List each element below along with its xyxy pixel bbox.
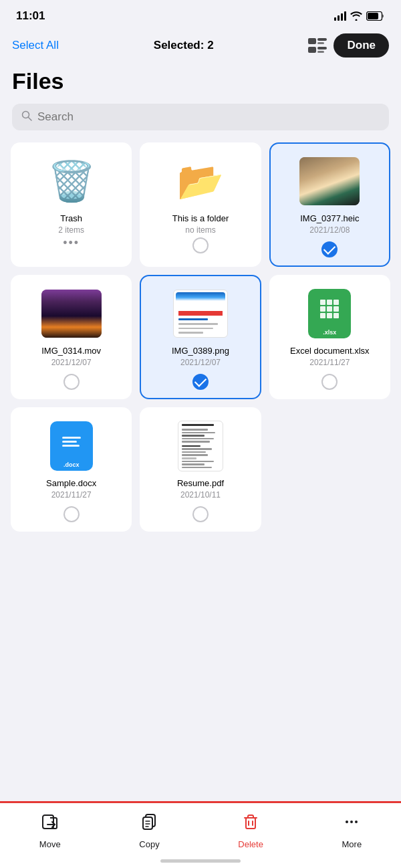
svg-point-22 — [355, 821, 358, 823]
list-icon — [308, 38, 327, 53]
delete-icon — [241, 812, 260, 836]
move-button[interactable]: Move — [39, 812, 61, 849]
battery-icon — [366, 11, 385, 21]
file-name: Resume.pdf — [177, 478, 224, 488]
file-thumbnail — [170, 419, 231, 473]
selection-circle-checked[interactable] — [321, 241, 338, 257]
file-date: 2021/12/07 — [180, 358, 221, 367]
search-input[interactable] — [37, 110, 380, 124]
file-meta: 2 items — [58, 225, 84, 235]
move-label: Move — [39, 839, 61, 849]
svg-point-21 — [350, 821, 353, 823]
more-label: More — [342, 839, 362, 849]
selection-circle[interactable] — [192, 237, 209, 253]
svg-rect-4 — [317, 42, 324, 44]
selection-toolbar: Select All Selected: 2 Done — [0, 28, 401, 66]
more-icon — [342, 812, 361, 836]
move-icon — [41, 812, 59, 836]
signal-icon — [334, 11, 346, 21]
file-thumbnail — [41, 419, 102, 473]
trash-icon: 🗑️ — [41, 154, 102, 208]
more-button[interactable]: More — [342, 812, 362, 849]
svg-rect-7 — [317, 51, 324, 53]
status-bar: 11:01 — [0, 0, 401, 28]
selected-count-label: Selected: 2 — [154, 39, 214, 52]
svg-rect-3 — [317, 38, 327, 41]
file-card-trash[interactable]: 🗑️ Trash 2 items ••• — [11, 142, 132, 267]
file-name: IMG_0389.png — [172, 346, 229, 356]
file-card-img0377[interactable]: IMG_0377.heic 2021/12/08 — [269, 142, 390, 267]
copy-icon — [140, 812, 158, 836]
file-name: This is a folder — [172, 213, 229, 223]
svg-rect-6 — [317, 47, 327, 49]
svg-point-23 — [346, 821, 348, 823]
file-card-img0389[interactable]: IMG_0389.png 2021/12/07 — [140, 275, 261, 399]
delete-button[interactable]: Delete — [238, 812, 263, 849]
bottom-toolbar: Move Copy Delete — [0, 801, 401, 868]
file-date: 2021/11/27 — [51, 490, 92, 500]
file-card-docx[interactable]: Sample.docx 2021/11/27 — [11, 407, 132, 532]
wifi-icon — [350, 11, 362, 21]
file-card-img0314[interactable]: IMG_0314.mov 2021/12/07 — [11, 275, 132, 399]
file-date: 2021/12/08 — [309, 225, 350, 235]
select-all-button[interactable]: Select All — [12, 39, 59, 52]
file-thumbnail — [299, 287, 360, 340]
file-card-folder[interactable]: 📂 This is a folder no items — [140, 142, 261, 267]
svg-rect-13 — [143, 817, 152, 829]
file-card-resume[interactable]: Resume.pdf 2021/10/11 — [140, 407, 261, 532]
copy-button[interactable]: Copy — [139, 812, 159, 849]
svg-line-9 — [29, 118, 32, 121]
toolbar-right: Done — [308, 33, 389, 58]
file-meta: no items — [185, 225, 215, 235]
svg-rect-5 — [308, 47, 316, 53]
more-dots-icon: ••• — [63, 236, 80, 250]
folder-icon: 📂 — [170, 154, 231, 208]
file-date: 2021/10/11 — [180, 490, 221, 500]
selection-circle[interactable] — [63, 374, 80, 390]
status-icons — [334, 11, 385, 21]
file-date: 2021/11/27 — [309, 358, 350, 367]
file-name: Trash — [60, 213, 82, 223]
list-view-button[interactable] — [308, 38, 327, 53]
files-grid: 🗑️ Trash 2 items ••• 📂 This is a folder … — [0, 142, 401, 532]
delete-label: Delete — [238, 839, 263, 849]
search-bar[interactable] — [12, 104, 389, 130]
status-time: 11:01 — [16, 9, 45, 23]
search-icon — [21, 110, 32, 124]
file-date: 2021/12/07 — [51, 358, 92, 367]
selection-circle[interactable] — [192, 506, 209, 522]
file-name: IMG_0314.mov — [41, 346, 101, 356]
page-title: Files — [0, 66, 401, 104]
file-thumbnail — [170, 287, 231, 340]
file-name: Sample.docx — [46, 478, 96, 488]
selection-circle[interactable] — [321, 374, 338, 390]
file-thumbnail — [299, 154, 360, 208]
selection-circle[interactable] — [63, 506, 80, 522]
svg-rect-2 — [308, 38, 316, 44]
file-name: IMG_0377.heic — [300, 213, 359, 223]
svg-rect-1 — [368, 13, 378, 19]
done-button[interactable]: Done — [333, 33, 389, 58]
file-name: Excel document.xlsx — [290, 346, 370, 356]
file-card-excel[interactable]: Excel document.xlsx 2021/11/27 — [269, 275, 390, 399]
svg-rect-17 — [246, 818, 255, 829]
file-thumbnail — [41, 287, 102, 340]
selection-circle-checked[interactable] — [192, 374, 209, 390]
home-indicator — [160, 859, 241, 863]
copy-label: Copy — [139, 839, 159, 849]
